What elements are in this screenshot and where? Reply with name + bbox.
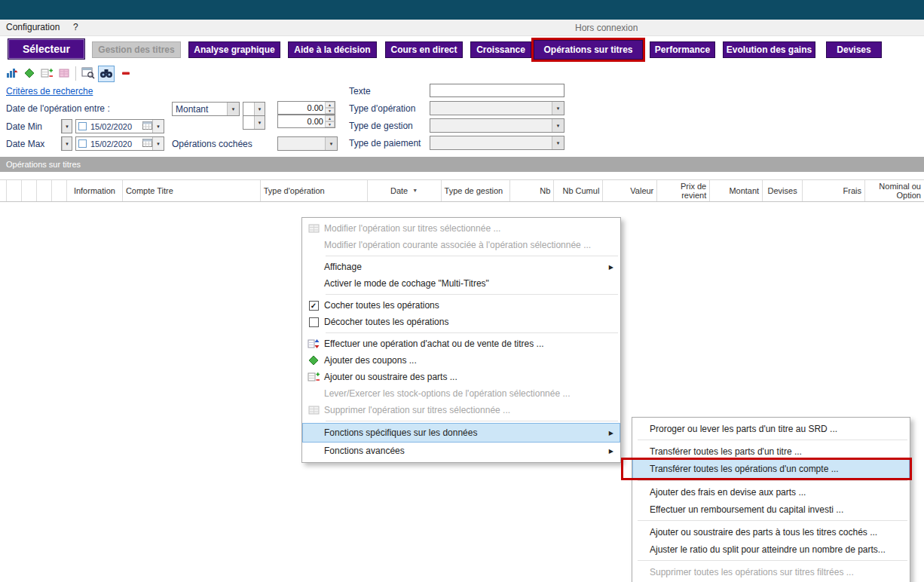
- submenu-item-proroger-lever-srd[interactable]: Proroger ou lever les parts d'un titre a…: [633, 420, 909, 437]
- date-max-dropdown-arrow[interactable]: ▼: [152, 137, 164, 150]
- column-information[interactable]: Information: [67, 180, 123, 201]
- texte-input[interactable]: [430, 84, 564, 97]
- parts-plus-minus-icon: [41, 67, 53, 81]
- date-min-label: Date Min: [6, 121, 42, 132]
- pink-grid-button[interactable]: [56, 66, 72, 82]
- menu-item-fonctions-avancees[interactable]: Fonctions avancées ▶: [303, 442, 620, 460]
- submenu-item-transferer-operations-compte[interactable]: Transférer toutes les opérations d'un co…: [633, 460, 909, 478]
- column-prix-de-revient[interactable]: Prix de revient: [657, 180, 710, 201]
- montant-operator-combo-1[interactable]: ▼: [243, 102, 265, 116]
- operations-cochees-combo[interactable]: ▼: [277, 136, 338, 151]
- column-type-operation[interactable]: Type d'opération: [261, 180, 368, 201]
- menu-item-modifier-operation-courante[interactable]: Modifier l'opération courante associée à…: [303, 237, 620, 253]
- spin-up-icon[interactable]: ▲: [325, 115, 335, 121]
- chevron-down-icon: ▼: [254, 116, 265, 129]
- date-between-label: Date de l'opération entre :: [6, 103, 110, 114]
- submenu-item-remboursement-capital[interactable]: Effectuer un remboursement du capital in…: [633, 501, 909, 518]
- column-compte-titre[interactable]: Compte Titre: [123, 180, 261, 201]
- buy-sell-icon: [303, 338, 324, 349]
- pink-grid-icon: [58, 67, 70, 81]
- chevron-down-icon: ▼: [62, 137, 72, 150]
- menu-separator: [326, 332, 618, 333]
- date-max-value: 15/02/2020: [90, 139, 142, 149]
- type-paiement-label: Type de paiement: [349, 138, 421, 149]
- spin-up-icon[interactable]: ▲: [325, 102, 335, 108]
- preview-window-button[interactable]: [80, 66, 96, 82]
- menu-item-decocher-toutes[interactable]: Décocher toutes les opérations: [303, 314, 620, 330]
- column-nb[interactable]: Nb: [510, 180, 554, 201]
- coupon-button[interactable]: [21, 66, 38, 82]
- submenu-item-ajouter-frais-devise[interactable]: Ajouter des frais en devise aux parts ..…: [633, 483, 909, 501]
- tab-operations-sur-titres[interactable]: Opérations sur titres: [534, 40, 643, 60]
- submenu-item-transferer-parts-titre[interactable]: Transférer toutes les parts d'un titre .…: [633, 443, 909, 460]
- date-min-dropdown-arrow[interactable]: ▼: [152, 120, 164, 133]
- criteres-de-recherche-link[interactable]: Critères de recherche: [6, 86, 93, 96]
- type-gestion-combo[interactable]: ▼: [430, 118, 564, 133]
- column-frais[interactable]: Frais: [803, 180, 865, 201]
- menu-separator: [638, 560, 907, 561]
- menu-item-ajouter-coupons[interactable]: Ajouter des coupons ...: [303, 352, 620, 369]
- column-montant[interactable]: Montant: [710, 180, 763, 201]
- parts-plus-minus-button[interactable]: [38, 66, 55, 82]
- submenu-item-ajuster-ratio-split[interactable]: Ajuster le ratio du split pour atteindre…: [633, 541, 909, 558]
- type-operation-combo[interactable]: ▼: [430, 101, 564, 115]
- section-title: Opérations sur titres: [6, 160, 81, 169]
- submenu-item-ajouter-soustraire-parts-coches[interactable]: Ajouter ou soustraire des parts à tous l…: [633, 523, 909, 541]
- montant-combo[interactable]: Montant ▼: [172, 102, 240, 116]
- menu-item-ajouter-soustraire-parts[interactable]: Ajouter ou soustraire des parts ...: [303, 369, 620, 385]
- menu-configuration[interactable]: Configuration: [6, 22, 60, 32]
- parts-plus-minus-icon: [303, 372, 324, 382]
- menu-item-fonctions-specifiques[interactable]: Fonctions spécifiques sur les données ▶: [303, 424, 620, 442]
- tab-cours-en-direct[interactable]: Cours en direct: [385, 41, 463, 58]
- submenu-item-supprimer-operations-filtrees[interactable]: Supprimer toutes les opérations sur titr…: [633, 563, 909, 580]
- type-paiement-combo[interactable]: ▼: [430, 136, 564, 150]
- tab-selecteur[interactable]: Sélecteur: [8, 38, 85, 60]
- submenu-arrow-icon: ▶: [609, 264, 613, 271]
- column-nb-cumul[interactable]: Nb Cumul: [554, 180, 603, 201]
- tab-gestion-des-titres[interactable]: Gestion des titres: [92, 41, 181, 58]
- menu-item-modifier-operation[interactable]: Modifier l'opération sur titres sélectio…: [303, 220, 620, 237]
- table-header-spacer: [37, 180, 52, 201]
- red-dash-button[interactable]: [118, 66, 134, 82]
- tab-performance[interactable]: Performance: [650, 41, 715, 58]
- tab-evolution-des-gains[interactable]: Evolution des gains: [723, 41, 815, 58]
- toolbar-separator: [75, 66, 76, 81]
- menu-item-activer-multi-titres[interactable]: Activer le mode de cochage "Multi-Titres…: [303, 275, 620, 292]
- texte-label: Texte: [349, 86, 371, 96]
- montant-operator-combo-2[interactable]: ▼: [243, 115, 265, 130]
- spin-down-icon[interactable]: ▼: [325, 108, 335, 114]
- menu-item-affichage[interactable]: Affichage ▶: [303, 259, 620, 275]
- menu-help[interactable]: ?: [73, 22, 78, 32]
- date-max-operator-combo[interactable]: ▼: [61, 136, 72, 151]
- date-filter-arrow-icon[interactable]: ▼: [412, 188, 418, 194]
- column-date[interactable]: Date ▼: [368, 180, 442, 201]
- chart-operations-button[interactable]: [4, 66, 20, 82]
- date-max-field[interactable]: 15/02/2020 ▼: [75, 136, 164, 151]
- date-max-label: Date Max: [6, 139, 44, 149]
- column-devises[interactable]: Devises: [763, 180, 803, 201]
- column-valeur[interactable]: Valeur: [603, 180, 657, 201]
- chevron-down-icon: ▼: [62, 120, 72, 133]
- spin-down-icon[interactable]: ▼: [325, 121, 335, 127]
- menu-item-cocher-toutes[interactable]: ✓ Cocher toutes les opérations: [303, 297, 620, 314]
- montant-spinner-2[interactable]: 0.00 ▲▼: [277, 115, 335, 128]
- menu-item-achat-vente[interactable]: Effectuer une opération d'achat ou de ve…: [303, 335, 620, 352]
- menu-item-lever-exercer-stock-options[interactable]: Lever/Exercer les stock-options de l'opé…: [303, 385, 620, 402]
- tab-devises[interactable]: Devises: [826, 41, 882, 58]
- menu-separator: [638, 440, 907, 440]
- column-type-gestion[interactable]: Type de gestion: [442, 180, 511, 201]
- calendar-icon: [142, 138, 152, 149]
- tab-aide-a-la-decision[interactable]: Aide à la décision: [288, 41, 377, 58]
- menu-item-supprimer-operation[interactable]: Supprimer l'opération sur titres sélecti…: [303, 402, 620, 418]
- tab-croissance[interactable]: Croissance: [470, 41, 531, 58]
- date-min-checkbox[interactable]: [78, 122, 87, 130]
- date-max-checkbox[interactable]: [78, 139, 87, 148]
- column-nominal-ou-option[interactable]: Nominal ou Option: [865, 180, 924, 201]
- date-min-operator-combo[interactable]: ▼: [61, 119, 72, 133]
- menu-separator: [638, 480, 907, 481]
- binoculars-search-button[interactable]: [98, 66, 115, 82]
- date-min-field[interactable]: 15/02/2020 ▼: [75, 119, 164, 133]
- tab-analyse-graphique[interactable]: Analyse graphique: [188, 41, 280, 58]
- montant-spinner-1[interactable]: 0.00 ▲▼: [277, 101, 335, 115]
- chart-operations-icon: [6, 67, 18, 81]
